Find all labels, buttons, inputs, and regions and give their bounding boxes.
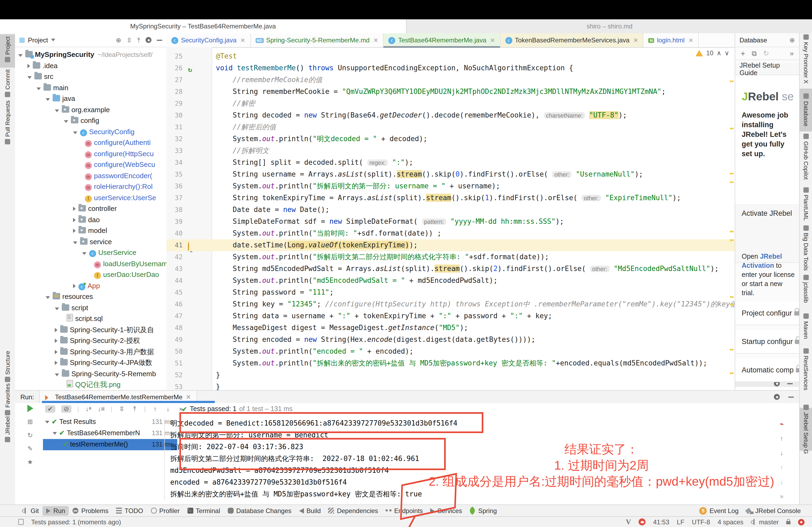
rerun-failed-icon[interactable]: ↻ bbox=[27, 432, 33, 439]
tree-chevron-icon[interactable] bbox=[73, 217, 76, 222]
close-icon[interactable]: ✕ bbox=[688, 37, 693, 44]
project-panel-title[interactable]: Project bbox=[28, 36, 48, 44]
editor-tab-Spring-Security-5-RememberMe.md[interactable]: MDSpring-Security-5-RememberMe.md✕ bbox=[250, 33, 384, 47]
project-tree-item[interactable]: model bbox=[15, 225, 166, 236]
tree-chevron-icon[interactable] bbox=[45, 421, 49, 423]
test-tree-item[interactable]: ✔testRememberMe()131 ms bbox=[43, 439, 177, 450]
toolbar-button-profiler[interactable]: Profiler bbox=[147, 506, 184, 515]
pin-icon[interactable]: ★ bbox=[27, 458, 33, 466]
tree-chevron-icon[interactable] bbox=[82, 252, 86, 255]
toolbar-button-jrebel-console[interactable]: JRebel Console bbox=[742, 506, 804, 515]
hide-panel-icon[interactable] bbox=[787, 383, 793, 384]
project-tree-item[interactable]: java bbox=[15, 93, 166, 104]
editor-tab-login.html[interactable]: Hlogin.html✕ bbox=[644, 33, 699, 47]
hide-panel-icon[interactable] bbox=[157, 40, 162, 41]
toolwindow-toggle-icon[interactable] bbox=[18, 519, 24, 525]
run-test-gutter-icon[interactable]: ↻ bbox=[188, 64, 197, 73]
lock-icon[interactable] bbox=[786, 521, 791, 524]
project-tree-item[interactable]: resources bbox=[15, 291, 166, 302]
locate-icon[interactable]: ⊕ bbox=[116, 36, 121, 44]
next-warning-icon[interactable]: ∨ bbox=[724, 49, 729, 57]
caret-position[interactable]: 41:53 bbox=[653, 518, 669, 526]
gear-icon[interactable] bbox=[774, 394, 780, 400]
sidebar-item-restservices[interactable]: RestServices bbox=[803, 342, 809, 396]
toolbar-button-run[interactable]: Run bbox=[43, 506, 69, 515]
project-tree-item[interactable]: fuserService:UserSe bbox=[15, 192, 166, 204]
toolbar-button-todo[interactable]: TODO bbox=[112, 506, 147, 515]
sort-alphabetically-icon[interactable]: ↓ᵃ bbox=[85, 405, 92, 413]
next-failed-icon[interactable]: ↓ bbox=[164, 405, 172, 413]
sidebar-item-database[interactable]: Database bbox=[803, 83, 809, 137]
tree-chevron-icon[interactable] bbox=[73, 284, 76, 288]
project-tree-item[interactable]: src bbox=[15, 71, 166, 82]
sidebar-item-github-copilot[interactable]: GitHub Copilot bbox=[803, 130, 809, 183]
project-tree-item[interactable]: Spring-Security-3-用户数据 bbox=[15, 346, 166, 358]
toolbar-button-database-changes[interactable]: Database Changes bbox=[224, 506, 295, 515]
scroll-to-end-icon[interactable]: ⌁ bbox=[780, 420, 784, 428]
toolbar-button-git[interactable]: Git bbox=[18, 506, 43, 515]
test-history-icon[interactable]: ⊞ bbox=[27, 418, 33, 425]
project-tree-item[interactable]: fuserDao:UserDao bbox=[15, 269, 166, 281]
project-tree-item[interactable]: MySpringSecurity~/IdeaProjects/self/ bbox=[15, 49, 166, 60]
project-tree-item[interactable]: dao bbox=[15, 214, 166, 225]
line-separator[interactable]: LF bbox=[677, 518, 684, 526]
tree-chevron-icon[interactable] bbox=[73, 229, 76, 233]
tree-chevron-icon[interactable] bbox=[55, 338, 57, 343]
more-icon[interactable]: » bbox=[780, 493, 784, 500]
toolbar-button-spring[interactable]: Spring bbox=[466, 506, 501, 515]
inspection-widget[interactable]: 10 ∧ ∨ bbox=[695, 49, 729, 57]
locate-icon[interactable]: ⊕ bbox=[789, 36, 795, 44]
show-passed-icon[interactable]: ✔ bbox=[45, 405, 55, 413]
tree-chevron-icon[interactable] bbox=[73, 207, 76, 211]
sidebar-item-pull-requests[interactable]: Pull Requests bbox=[4, 100, 11, 145]
project-tree-item[interactable]: mconfigure(HttpSecu bbox=[15, 148, 166, 160]
close-icon[interactable]: ✕ bbox=[240, 37, 245, 44]
project-tree-item[interactable]: Spring-Security-4-JPA做数 bbox=[15, 358, 166, 368]
hide-panel-icon[interactable] bbox=[788, 396, 794, 397]
project-tree-item[interactable]: script bbox=[15, 302, 166, 313]
project-tree-item[interactable]: mconfigure(WebSecu bbox=[15, 160, 166, 170]
jrebel-guide-item[interactable]: Startup configur bbox=[735, 330, 799, 353]
sort-by-duration-icon[interactable]: ↓≡ bbox=[98, 405, 105, 413]
sidebar-item-commit[interactable]: Commit bbox=[4, 61, 11, 106]
close-icon[interactable]: ✕ bbox=[633, 37, 638, 44]
git-branch-widget[interactable]: master bbox=[751, 518, 779, 526]
toolbar-button-dependencies[interactable]: Dependencies bbox=[325, 506, 382, 515]
test-tree-item[interactable]: ✔Test Results131 ms bbox=[43, 417, 177, 428]
editor-tab-TestBase64RememberMe.java[interactable]: cTestBase64RememberMe.java✕ bbox=[384, 33, 501, 47]
jrebel-guide-item[interactable]: Project configur bbox=[735, 302, 799, 325]
project-tree-item[interactable]: cApp bbox=[15, 281, 166, 291]
tree-chevron-icon[interactable] bbox=[73, 131, 77, 134]
test-settings-icon[interactable]: ✎ bbox=[27, 445, 33, 452]
expand-all-icon[interactable]: ⇳ bbox=[118, 405, 126, 413]
tree-chevron-icon[interactable] bbox=[53, 432, 57, 435]
expand-all-icon[interactable]: ⇳ bbox=[127, 36, 132, 44]
project-tree-item[interactable]: QQ记住我.png bbox=[15, 379, 166, 390]
previous-failed-icon[interactable]: ↑ bbox=[152, 405, 159, 413]
project-tree-item[interactable]: Spring-Security-2-授权 bbox=[15, 335, 166, 346]
test-tree-item[interactable]: ✔TestBase64RememberN131 ms bbox=[43, 428, 177, 439]
prev-warning-icon[interactable]: ∧ bbox=[717, 49, 722, 57]
jrebel-guide-item[interactable]: Automatic comp bbox=[735, 359, 799, 382]
project-tree-item[interactable]: mpasswordEncoder( bbox=[15, 170, 166, 181]
status-message[interactable]: Tests passed: 1 (moments ago) bbox=[31, 518, 121, 526]
close-icon[interactable]: ✕ bbox=[186, 393, 191, 401]
gear-icon[interactable] bbox=[146, 37, 151, 43]
refresh-icon[interactable]: ↻ bbox=[763, 49, 769, 57]
code-viewport[interactable]: 25@Test26↻void testRememberMe() throws U… bbox=[166, 50, 735, 390]
tree-chevron-icon[interactable] bbox=[55, 328, 57, 332]
project-tree-item[interactable]: mroleHierarchy():Rol bbox=[15, 181, 166, 192]
tree-chevron-icon[interactable] bbox=[27, 76, 32, 79]
tree-chevron-icon[interactable] bbox=[73, 241, 77, 244]
project-tree-item[interactable]: org.example bbox=[15, 104, 166, 115]
toolbar-button-event-log[interactable]: 5Event Log bbox=[695, 506, 742, 515]
close-icon[interactable]: ✕ bbox=[490, 37, 495, 44]
intention-bulb-icon[interactable] bbox=[188, 241, 197, 250]
collapse-all-icon[interactable]: ⤒ bbox=[131, 405, 138, 413]
tree-chevron-icon[interactable] bbox=[55, 373, 59, 376]
chevron-down-icon[interactable] bbox=[51, 39, 56, 41]
project-tree-item[interactable]: service bbox=[15, 236, 166, 247]
project-tree-item[interactable]: mconfigure(Authenti bbox=[15, 137, 166, 148]
add-datasource-icon[interactable]: + bbox=[741, 49, 745, 58]
tree-chevron-icon[interactable] bbox=[55, 350, 57, 354]
